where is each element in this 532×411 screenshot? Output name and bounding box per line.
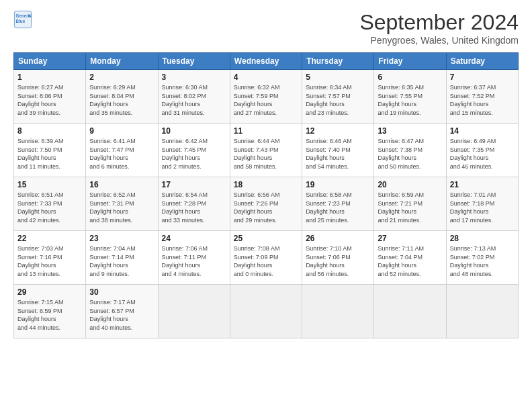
table-row: 9 Sunrise: 6:41 AMSunset: 7:47 PMDayligh… <box>86 124 158 177</box>
table-row: 12 Sunrise: 6:46 AMSunset: 7:40 PMDaylig… <box>302 124 374 177</box>
table-row: 20 Sunrise: 6:59 AMSunset: 7:21 PMDaylig… <box>374 177 446 231</box>
day-info: Sunrise: 6:58 AMSunset: 7:23 PMDaylight … <box>306 191 370 224</box>
day-info: Sunrise: 7:08 AMSunset: 7:09 PMDaylight … <box>234 244 298 278</box>
day-info: Sunrise: 6:35 AMSunset: 7:55 PMDaylight … <box>378 83 442 117</box>
day-number: 29 <box>17 287 82 297</box>
day-info: Sunrise: 6:42 AMSunset: 7:45 PMDaylight … <box>162 137 226 171</box>
day-number: 23 <box>89 234 154 243</box>
table-row <box>158 285 230 338</box>
logo: General Blue <box>13 10 32 29</box>
table-row: 6 Sunrise: 6:35 AMSunset: 7:55 PMDayligh… <box>374 70 446 124</box>
day-number: 30 <box>89 287 154 297</box>
table-row <box>374 285 446 338</box>
table-row <box>446 285 518 338</box>
day-info: Sunrise: 6:29 AMSunset: 8:04 PMDaylight … <box>89 83 154 117</box>
day-number: 20 <box>378 180 442 189</box>
calendar-week-row: 15 Sunrise: 6:51 AMSunset: 7:33 PMDaylig… <box>14 177 519 231</box>
table-row: 13 Sunrise: 6:47 AMSunset: 7:38 PMDaylig… <box>374 124 446 177</box>
table-row <box>302 285 374 338</box>
day-number: 11 <box>234 126 298 136</box>
svg-text:Blue: Blue <box>16 19 26 24</box>
day-number: 28 <box>450 234 515 243</box>
table-row: 2 Sunrise: 6:29 AMSunset: 8:04 PMDayligh… <box>86 70 158 124</box>
day-info: Sunrise: 6:27 AMSunset: 8:06 PMDaylight … <box>17 83 82 117</box>
day-info: Sunrise: 6:46 AMSunset: 7:40 PMDaylight … <box>306 137 370 171</box>
calendar-header-row: Sunday Monday Tuesday Wednesday Thursday… <box>14 53 519 70</box>
day-number: 3 <box>162 73 226 82</box>
title-section: September 2024 Penygroes, Wales, United … <box>359 10 519 46</box>
table-row: 27 Sunrise: 7:11 AMSunset: 7:04 PMDaylig… <box>374 231 446 285</box>
location: Penygroes, Wales, United Kingdom <box>359 35 519 46</box>
table-row <box>230 285 302 338</box>
table-row: 22 Sunrise: 7:03 AMSunset: 7:16 PMDaylig… <box>14 231 86 285</box>
table-row: 3 Sunrise: 6:30 AMSunset: 8:02 PMDayligh… <box>158 70 230 124</box>
day-number: 2 <box>89 73 154 82</box>
day-info: Sunrise: 6:47 AMSunset: 7:38 PMDaylight … <box>378 137 442 171</box>
day-number: 15 <box>17 180 82 189</box>
day-info: Sunrise: 7:10 AMSunset: 7:06 PMDaylight … <box>306 244 370 278</box>
day-number: 27 <box>378 234 442 243</box>
day-number: 6 <box>378 73 442 82</box>
table-row: 10 Sunrise: 6:42 AMSunset: 7:45 PMDaylig… <box>158 124 230 177</box>
table-row: 28 Sunrise: 7:13 AMSunset: 7:02 PMDaylig… <box>446 231 518 285</box>
day-info: Sunrise: 6:54 AMSunset: 7:28 PMDaylight … <box>162 191 226 224</box>
day-info: Sunrise: 6:30 AMSunset: 8:02 PMDaylight … <box>162 83 226 117</box>
table-row: 23 Sunrise: 7:04 AMSunset: 7:14 PMDaylig… <box>86 231 158 285</box>
calendar-week-row: 1 Sunrise: 6:27 AMSunset: 8:06 PMDayligh… <box>14 70 519 124</box>
calendar-week-row: 22 Sunrise: 7:03 AMSunset: 7:16 PMDaylig… <box>14 231 519 285</box>
day-number: 8 <box>17 126 82 136</box>
table-row: 29 Sunrise: 7:15 AMSunset: 6:59 PMDaylig… <box>14 285 86 338</box>
day-number: 24 <box>162 234 226 243</box>
day-info: Sunrise: 7:11 AMSunset: 7:04 PMDaylight … <box>378 244 442 278</box>
col-friday: Friday <box>374 53 446 70</box>
page-header: General Blue September 2024 Penygroes, W… <box>13 10 519 46</box>
day-info: Sunrise: 7:01 AMSunset: 7:18 PMDaylight … <box>450 191 515 224</box>
logo-icon: General Blue <box>13 10 32 29</box>
table-row: 25 Sunrise: 7:08 AMSunset: 7:09 PMDaylig… <box>230 231 302 285</box>
table-row: 8 Sunrise: 6:39 AMSunset: 7:50 PMDayligh… <box>14 124 86 177</box>
day-number: 13 <box>378 126 442 136</box>
table-row: 19 Sunrise: 6:58 AMSunset: 7:23 PMDaylig… <box>302 177 374 231</box>
col-monday: Monday <box>86 53 158 70</box>
day-info: Sunrise: 7:06 AMSunset: 7:11 PMDaylight … <box>162 244 226 278</box>
table-row: 11 Sunrise: 6:44 AMSunset: 7:43 PMDaylig… <box>230 124 302 177</box>
month-title: September 2024 <box>359 10 519 35</box>
day-info: Sunrise: 7:17 AMSunset: 6:57 PMDaylight … <box>89 298 154 332</box>
day-number: 21 <box>450 180 515 189</box>
calendar-page: General Blue September 2024 Penygroes, W… <box>0 0 532 411</box>
table-row: 24 Sunrise: 7:06 AMSunset: 7:11 PMDaylig… <box>158 231 230 285</box>
col-sunday: Sunday <box>14 53 86 70</box>
day-info: Sunrise: 6:34 AMSunset: 7:57 PMDaylight … <box>306 83 370 117</box>
day-number: 26 <box>306 234 370 243</box>
day-number: 18 <box>234 180 298 189</box>
calendar-week-row: 29 Sunrise: 7:15 AMSunset: 6:59 PMDaylig… <box>14 285 519 338</box>
table-row: 30 Sunrise: 7:17 AMSunset: 6:57 PMDaylig… <box>86 285 158 338</box>
day-info: Sunrise: 6:44 AMSunset: 7:43 PMDaylight … <box>234 137 298 171</box>
day-info: Sunrise: 6:37 AMSunset: 7:52 PMDaylight … <box>450 83 515 117</box>
calendar-table: Sunday Monday Tuesday Wednesday Thursday… <box>13 52 519 338</box>
day-number: 19 <box>306 180 370 189</box>
col-thursday: Thursday <box>302 53 374 70</box>
day-number: 4 <box>234 73 298 82</box>
day-number: 17 <box>162 180 226 189</box>
col-saturday: Saturday <box>446 53 518 70</box>
table-row: 7 Sunrise: 6:37 AMSunset: 7:52 PMDayligh… <box>446 70 518 124</box>
day-info: Sunrise: 6:32 AMSunset: 7:59 PMDaylight … <box>234 83 298 117</box>
table-row: 16 Sunrise: 6:52 AMSunset: 7:31 PMDaylig… <box>86 177 158 231</box>
table-row: 4 Sunrise: 6:32 AMSunset: 7:59 PMDayligh… <box>230 70 302 124</box>
table-row: 1 Sunrise: 6:27 AMSunset: 8:06 PMDayligh… <box>14 70 86 124</box>
day-number: 12 <box>306 126 370 136</box>
col-tuesday: Tuesday <box>158 53 230 70</box>
table-row: 15 Sunrise: 6:51 AMSunset: 7:33 PMDaylig… <box>14 177 86 231</box>
day-info: Sunrise: 6:41 AMSunset: 7:47 PMDaylight … <box>89 137 154 171</box>
day-info: Sunrise: 7:13 AMSunset: 7:02 PMDaylight … <box>450 244 515 278</box>
day-number: 25 <box>234 234 298 243</box>
col-wednesday: Wednesday <box>230 53 302 70</box>
table-row: 14 Sunrise: 6:49 AMSunset: 7:35 PMDaylig… <box>446 124 518 177</box>
table-row: 18 Sunrise: 6:56 AMSunset: 7:26 PMDaylig… <box>230 177 302 231</box>
day-info: Sunrise: 7:15 AMSunset: 6:59 PMDaylight … <box>17 298 82 332</box>
day-number: 16 <box>89 180 154 189</box>
day-info: Sunrise: 6:52 AMSunset: 7:31 PMDaylight … <box>89 191 154 224</box>
day-info: Sunrise: 7:04 AMSunset: 7:14 PMDaylight … <box>89 244 154 278</box>
table-row: 5 Sunrise: 6:34 AMSunset: 7:57 PMDayligh… <box>302 70 374 124</box>
